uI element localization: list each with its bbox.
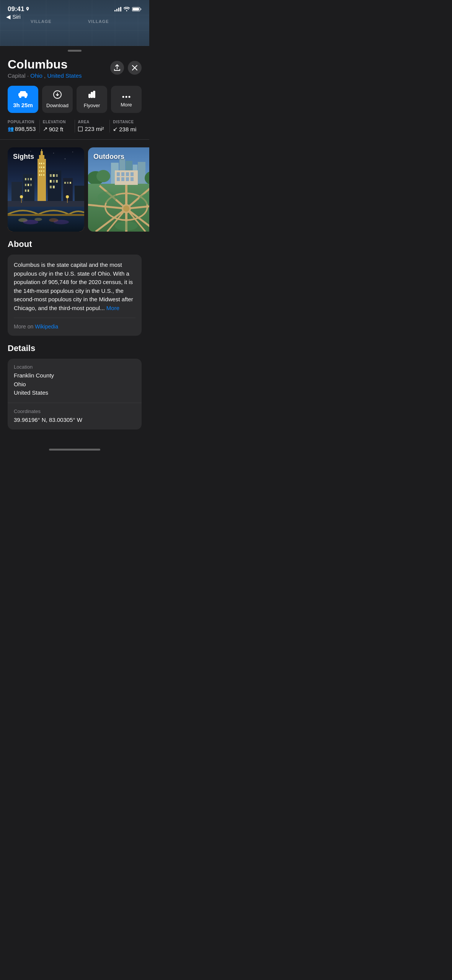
svg-point-17 <box>53 153 54 153</box>
coordinates-label: Coordinates <box>14 408 135 414</box>
svg-rect-23 <box>41 149 42 152</box>
car-icon <box>18 90 28 98</box>
svg-rect-102 <box>126 172 129 176</box>
svg-rect-2 <box>140 8 142 10</box>
svg-rect-100 <box>117 172 120 176</box>
coordinates-row: Coordinates 39.96196° N, 83.00305° W <box>8 403 142 430</box>
svg-rect-44 <box>28 189 29 192</box>
about-body: Columbus is the state capital and the mo… <box>14 261 133 311</box>
drive-button[interactable]: 3h 25m <box>8 86 38 113</box>
location-value: Franklin County Ohio United States <box>14 371 135 397</box>
drive-time: 3h 25m <box>13 102 33 108</box>
stat-area: AREA 223 mi² <box>75 120 110 132</box>
stat-distance: DISTANCE ↙ 238 mi <box>110 120 142 132</box>
svg-point-10 <box>122 96 124 98</box>
svg-point-79 <box>96 170 110 182</box>
area-value: 223 mi² <box>78 126 107 132</box>
wifi-icon <box>124 7 130 11</box>
svg-rect-41 <box>28 184 29 186</box>
svg-point-98 <box>115 221 138 230</box>
elevation-number: 902 ft <box>49 126 64 132</box>
about-more-link[interactable]: More <box>106 305 119 311</box>
population-value: 👥 898,553 <box>8 126 36 132</box>
about-section: About Columbus is the state capital and … <box>0 239 149 336</box>
svg-point-94 <box>123 206 129 212</box>
category-outdoors[interactable]: Outdoors <box>88 147 149 232</box>
distance-icon: ↙ <box>113 126 118 132</box>
svg-rect-46 <box>50 174 52 177</box>
category-sights[interactable]: Sights <box>8 147 84 232</box>
svg-rect-103 <box>131 172 134 176</box>
categories-scroll[interactable]: Sights <box>8 147 149 232</box>
close-button[interactable] <box>128 61 142 75</box>
elevation-icon: ↗ <box>43 126 48 132</box>
download-icon <box>53 90 62 100</box>
svg-rect-52 <box>50 186 52 188</box>
svg-rect-30 <box>39 170 40 172</box>
svg-point-12 <box>129 96 131 98</box>
flyover-button[interactable]: Flyover <box>77 86 107 113</box>
svg-rect-33 <box>39 174 40 176</box>
battery-icon <box>132 7 142 11</box>
status-time: 09:41 <box>8 5 29 13</box>
map-label-village-2: VILLAGE <box>88 19 109 24</box>
svg-rect-42 <box>30 184 32 186</box>
population-label: POPULATION <box>8 120 36 124</box>
svg-rect-104 <box>117 177 120 181</box>
details-section: Details Location Franklin County Ohio Un… <box>0 343 149 430</box>
svg-rect-28 <box>41 167 42 168</box>
status-bar: 09:41 <box>0 0 149 15</box>
distance-value: ↙ 238 mi <box>113 126 142 132</box>
svg-rect-101 <box>121 172 124 176</box>
svg-point-15 <box>30 151 31 152</box>
action-buttons-row: 3h 25m Download Flyover <box>0 79 149 113</box>
svg-point-19 <box>72 152 73 152</box>
wiki-prefix: More on <box>14 323 33 330</box>
population-icon: 👥 <box>8 126 14 132</box>
svg-rect-29 <box>43 167 44 168</box>
coordinates-value: 39.96196° N, 83.00305° W <box>14 416 135 425</box>
svg-rect-49 <box>50 180 52 183</box>
distance-number: 238 mi <box>119 126 136 132</box>
svg-point-70 <box>23 220 38 224</box>
categories-section: Sights <box>0 140 149 239</box>
svg-rect-77 <box>138 162 145 186</box>
location-icon <box>26 7 29 11</box>
header-action-buttons <box>110 61 142 75</box>
svg-rect-47 <box>53 174 55 177</box>
svg-rect-27 <box>39 167 40 168</box>
siri-back-button[interactable]: ◀ Siri <box>6 13 21 20</box>
elevation-value: ↗ 902 ft <box>43 126 72 132</box>
svg-rect-53 <box>53 186 55 188</box>
distance-label: DISTANCE <box>113 120 142 124</box>
svg-rect-9 <box>93 91 95 98</box>
location-line2: Ohio <box>14 380 135 389</box>
subtitle-separator: · <box>27 72 30 79</box>
country-link[interactable]: United States <box>47 72 82 79</box>
svg-rect-31 <box>41 170 42 172</box>
download-label: Download <box>46 103 69 108</box>
more-label: More <box>121 102 132 108</box>
svg-point-64 <box>66 195 69 198</box>
svg-rect-48 <box>56 174 58 177</box>
more-icon <box>122 91 131 100</box>
state-link[interactable]: Ohio <box>30 72 42 79</box>
svg-point-71 <box>54 220 69 224</box>
share-button[interactable] <box>110 61 124 75</box>
area-label: AREA <box>78 120 107 124</box>
wikipedia-link[interactable]: Wikipedia <box>35 323 58 330</box>
svg-rect-50 <box>53 180 55 183</box>
svg-rect-39 <box>30 178 32 180</box>
download-button[interactable]: Download <box>42 86 73 113</box>
svg-rect-7 <box>89 94 90 98</box>
home-bar <box>49 449 100 451</box>
place-subtitle: Capital · Ohio , United States <box>8 72 82 79</box>
svg-rect-66 <box>8 214 84 216</box>
location-row: Location Franklin County Ohio United Sta… <box>8 359 142 403</box>
more-button[interactable]: More <box>111 86 142 113</box>
outdoors-label: Outdoors <box>93 153 124 161</box>
svg-rect-106 <box>126 177 129 181</box>
signal-icon <box>114 7 121 11</box>
elevation-label: ELEVATION <box>43 120 72 124</box>
svg-point-11 <box>126 96 127 98</box>
